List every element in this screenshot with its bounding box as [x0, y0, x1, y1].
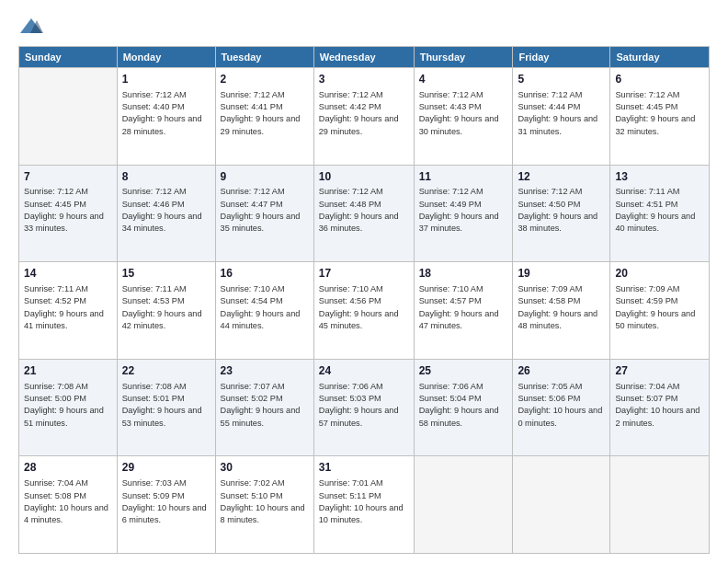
day-info: Sunrise: 7:08 AMSunset: 5:01 PMDaylight:…: [122, 381, 210, 430]
day-info: Sunrise: 7:12 AMSunset: 4:49 PMDaylight:…: [419, 186, 508, 235]
day-info: Sunrise: 7:12 AMSunset: 4:44 PMDaylight:…: [518, 89, 605, 138]
day-info: Sunrise: 7:10 AMSunset: 4:56 PMDaylight:…: [319, 283, 409, 332]
day-number: 15: [122, 266, 210, 282]
day-number: 25: [419, 363, 508, 379]
day-number: 12: [518, 169, 605, 185]
calendar-cell: 19Sunrise: 7:09 AMSunset: 4:58 PMDayligh…: [513, 262, 610, 360]
day-info: Sunrise: 7:04 AMSunset: 5:08 PMDaylight:…: [24, 477, 112, 526]
day-header-sunday: Sunday: [19, 47, 118, 68]
day-number: 1: [122, 72, 210, 87]
day-info: Sunrise: 7:12 AMSunset: 4:45 PMDaylight:…: [24, 186, 112, 235]
calendar-cell: [513, 456, 610, 554]
day-header-friday: Friday: [513, 47, 610, 68]
calendar-cell: 8Sunrise: 7:12 AMSunset: 4:46 PMDaylight…: [117, 165, 215, 262]
day-header-tuesday: Tuesday: [215, 47, 313, 68]
calendar-cell: 31Sunrise: 7:01 AMSunset: 5:11 PMDayligh…: [313, 456, 414, 554]
day-info: Sunrise: 7:09 AMSunset: 4:59 PMDaylight:…: [615, 283, 704, 332]
day-info: Sunrise: 7:12 AMSunset: 4:40 PMDaylight:…: [122, 89, 210, 138]
day-number: 10: [319, 169, 409, 185]
day-number: 2: [221, 72, 309, 87]
calendar-cell: 27Sunrise: 7:04 AMSunset: 5:07 PMDayligh…: [610, 359, 710, 456]
day-number: 24: [319, 363, 409, 379]
day-info: Sunrise: 7:12 AMSunset: 4:50 PMDaylight:…: [518, 186, 605, 235]
header: [18, 17, 710, 37]
day-number: 14: [24, 266, 112, 282]
calendar-cell: 21Sunrise: 7:08 AMSunset: 5:00 PMDayligh…: [19, 359, 118, 456]
day-number: 19: [518, 266, 605, 282]
day-info: Sunrise: 7:12 AMSunset: 4:47 PMDaylight:…: [221, 186, 309, 235]
day-info: Sunrise: 7:11 AMSunset: 4:52 PMDaylight:…: [24, 283, 112, 332]
day-info: Sunrise: 7:11 AMSunset: 4:51 PMDaylight:…: [615, 186, 704, 235]
calendar-week-row: 14Sunrise: 7:11 AMSunset: 4:52 PMDayligh…: [19, 262, 710, 360]
day-number: 16: [221, 266, 309, 282]
day-number: 27: [615, 363, 704, 379]
calendar-cell: 5Sunrise: 7:12 AMSunset: 4:44 PMDaylight…: [513, 68, 610, 166]
calendar-cell: 13Sunrise: 7:11 AMSunset: 4:51 PMDayligh…: [610, 165, 710, 262]
day-info: Sunrise: 7:06 AMSunset: 5:04 PMDaylight:…: [419, 381, 508, 430]
calendar-cell: 4Sunrise: 7:12 AMSunset: 4:43 PMDaylight…: [414, 68, 513, 166]
calendar-cell: 3Sunrise: 7:12 AMSunset: 4:42 PMDaylight…: [313, 68, 414, 166]
day-number: 21: [24, 363, 112, 379]
day-number: 7: [24, 169, 112, 185]
day-info: Sunrise: 7:12 AMSunset: 4:42 PMDaylight:…: [319, 89, 409, 138]
calendar-cell: 22Sunrise: 7:08 AMSunset: 5:01 PMDayligh…: [117, 359, 215, 456]
day-number: 11: [419, 169, 508, 185]
calendar-cell: 28Sunrise: 7:04 AMSunset: 5:08 PMDayligh…: [19, 456, 118, 554]
day-number: 13: [615, 169, 704, 185]
day-header-wednesday: Wednesday: [313, 47, 414, 68]
calendar-week-row: 1Sunrise: 7:12 AMSunset: 4:40 PMDaylight…: [19, 68, 710, 166]
day-info: Sunrise: 7:07 AMSunset: 5:02 PMDaylight:…: [221, 381, 309, 430]
day-header-saturday: Saturday: [610, 47, 710, 68]
day-info: Sunrise: 7:02 AMSunset: 5:10 PMDaylight:…: [221, 477, 309, 526]
calendar-cell: [19, 68, 118, 166]
calendar-table: SundayMondayTuesdayWednesdayThursdayFrid…: [18, 46, 710, 554]
logo: [18, 17, 46, 37]
day-number: 17: [319, 266, 409, 282]
day-info: Sunrise: 7:12 AMSunset: 4:41 PMDaylight:…: [221, 89, 309, 138]
day-number: 3: [319, 72, 409, 87]
day-info: Sunrise: 7:10 AMSunset: 4:54 PMDaylight:…: [221, 283, 309, 332]
calendar-header-row: SundayMondayTuesdayWednesdayThursdayFrid…: [19, 47, 710, 68]
calendar-cell: 23Sunrise: 7:07 AMSunset: 5:02 PMDayligh…: [215, 359, 313, 456]
calendar-cell: 26Sunrise: 7:05 AMSunset: 5:06 PMDayligh…: [513, 359, 610, 456]
page: SundayMondayTuesdayWednesdayThursdayFrid…: [0, 0, 728, 563]
day-info: Sunrise: 7:01 AMSunset: 5:11 PMDaylight:…: [319, 477, 409, 526]
day-info: Sunrise: 7:08 AMSunset: 5:00 PMDaylight:…: [24, 381, 112, 430]
calendar-cell: 9Sunrise: 7:12 AMSunset: 4:47 PMDaylight…: [215, 165, 313, 262]
day-info: Sunrise: 7:12 AMSunset: 4:45 PMDaylight:…: [615, 89, 704, 138]
day-number: 22: [122, 363, 210, 379]
day-header-monday: Monday: [117, 47, 215, 68]
day-info: Sunrise: 7:06 AMSunset: 5:03 PMDaylight:…: [319, 381, 409, 430]
calendar-cell: 15Sunrise: 7:11 AMSunset: 4:53 PMDayligh…: [117, 262, 215, 360]
day-number: 8: [122, 169, 210, 185]
calendar-cell: 6Sunrise: 7:12 AMSunset: 4:45 PMDaylight…: [610, 68, 710, 166]
day-info: Sunrise: 7:11 AMSunset: 4:53 PMDaylight:…: [122, 283, 210, 332]
day-number: 30: [221, 460, 309, 476]
day-info: Sunrise: 7:03 AMSunset: 5:09 PMDaylight:…: [122, 477, 210, 526]
day-info: Sunrise: 7:10 AMSunset: 4:57 PMDaylight:…: [419, 283, 508, 332]
calendar-cell: 24Sunrise: 7:06 AMSunset: 5:03 PMDayligh…: [313, 359, 414, 456]
calendar-cell: 10Sunrise: 7:12 AMSunset: 4:48 PMDayligh…: [313, 165, 414, 262]
day-info: Sunrise: 7:09 AMSunset: 4:58 PMDaylight:…: [518, 283, 605, 332]
calendar-cell: 29Sunrise: 7:03 AMSunset: 5:09 PMDayligh…: [117, 456, 215, 554]
calendar-cell: 16Sunrise: 7:10 AMSunset: 4:54 PMDayligh…: [215, 262, 313, 360]
day-number: 20: [615, 266, 704, 282]
calendar-week-row: 7Sunrise: 7:12 AMSunset: 4:45 PMDaylight…: [19, 165, 710, 262]
calendar-cell: 17Sunrise: 7:10 AMSunset: 4:56 PMDayligh…: [313, 262, 414, 360]
calendar-week-row: 28Sunrise: 7:04 AMSunset: 5:08 PMDayligh…: [19, 456, 710, 554]
day-number: 29: [122, 460, 210, 476]
calendar-cell: 30Sunrise: 7:02 AMSunset: 5:10 PMDayligh…: [215, 456, 313, 554]
day-number: 31: [319, 460, 409, 476]
day-number: 4: [419, 72, 508, 87]
day-number: 6: [615, 72, 704, 87]
calendar-cell: 2Sunrise: 7:12 AMSunset: 4:41 PMDaylight…: [215, 68, 313, 166]
calendar-cell: [610, 456, 710, 554]
day-number: 23: [221, 363, 309, 379]
calendar-cell: 14Sunrise: 7:11 AMSunset: 4:52 PMDayligh…: [19, 262, 118, 360]
calendar-cell: 7Sunrise: 7:12 AMSunset: 4:45 PMDaylight…: [19, 165, 118, 262]
day-info: Sunrise: 7:12 AMSunset: 4:46 PMDaylight:…: [122, 186, 210, 235]
day-number: 28: [24, 460, 112, 476]
calendar-cell: [414, 456, 513, 554]
calendar-cell: 12Sunrise: 7:12 AMSunset: 4:50 PMDayligh…: [513, 165, 610, 262]
day-info: Sunrise: 7:04 AMSunset: 5:07 PMDaylight:…: [615, 381, 704, 430]
